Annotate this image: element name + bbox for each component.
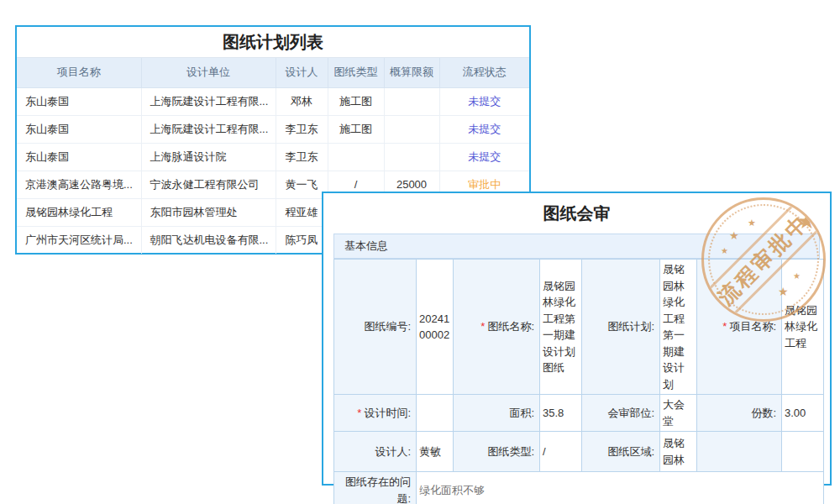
field-value-project-name: 晟铭园林绿化工程 <box>782 260 824 395</box>
field-label-copies: 份数: <box>697 395 782 432</box>
required-asterisk: * <box>722 320 727 333</box>
field-value-area: 35.8 <box>540 395 582 432</box>
plan-table-header-row: 项目名称 设计单位 设计人 图纸类型 概算限额 流程状态 <box>17 58 529 87</box>
field-label-drawing-plan: 图纸计划: <box>582 260 660 395</box>
table-row[interactable]: 东山泰国 上海阮建设计工程有限... 李卫东 施工图 未提交 <box>17 115 529 143</box>
field-value-drawing-plan: 晟铭园林绿化工程第一期建设计划 <box>660 260 697 395</box>
budget-cell <box>384 115 439 143</box>
project-link[interactable]: 东山泰国 <box>17 143 141 171</box>
design-unit-link[interactable]: 东阳市园林管理处 <box>141 198 276 226</box>
required-asterisk: * <box>357 407 361 419</box>
col-header-design-unit: 设计单位 <box>141 58 276 87</box>
field-value-drawing-problems: 绿化面积不够 <box>417 472 824 504</box>
form-row: 图纸存在的问题: 绿化面积不够 <box>334 472 824 504</box>
status-badge: 审批中 <box>468 178 501 191</box>
form-row: *设计时间: 面积: 35.8 会审部位: 大会堂 份数: 3.00 <box>334 395 824 432</box>
design-unit-link[interactable]: 上海阮建设计工程有限... <box>141 87 276 115</box>
col-header-drawing-type: 图纸类型 <box>328 58 384 87</box>
drawing-type-cell: 施工图 <box>328 115 384 143</box>
project-link[interactable]: 晟铭园林绿化工程 <box>17 198 141 226</box>
field-value-review-location: 大会堂 <box>660 395 697 432</box>
field-label-project-name: *项目名称: <box>697 260 782 395</box>
designer-cell: 邓林 <box>276 87 328 115</box>
design-unit-link[interactable]: 宁波永健工程有限公司 <box>141 171 276 198</box>
designer-cell: 李卫东 <box>276 143 328 171</box>
col-header-project: 项目名称 <box>17 58 141 87</box>
field-label-drawing-problems: 图纸存在的问题: <box>334 472 417 504</box>
field-value-design-time <box>417 395 454 432</box>
designer-cell: 程亚雄 <box>276 198 328 226</box>
project-link[interactable]: 广州市天河区统计局... <box>17 226 141 254</box>
table-row[interactable]: 东山泰国 上海脉通设计院 李卫东 未提交 <box>17 143 529 171</box>
project-link[interactable]: 东山泰国 <box>17 87 141 115</box>
required-asterisk: * <box>480 320 485 333</box>
design-unit-link[interactable]: 上海脉通设计院 <box>141 143 276 171</box>
col-header-status: 流程状态 <box>439 58 529 87</box>
field-value-drawing-name: 晟铭园林绿化工程第一期建设计划图纸 <box>540 260 582 395</box>
review-title: 图纸会审 <box>323 193 830 234</box>
field-label-empty <box>697 432 782 472</box>
drawing-review-panel: 图纸会审 基本信息 图纸编号: 2024100002 *图纸名称: 晟铭园林绿化… <box>322 192 832 486</box>
field-value-drawing-region: 晟铭园林 <box>660 432 697 472</box>
col-header-designer: 设计人 <box>276 58 328 87</box>
field-label-design-time: *设计时间: <box>334 395 417 432</box>
design-unit-link[interactable]: 朝阳飞达机电设备有限... <box>141 226 276 254</box>
project-link[interactable]: 东山泰国 <box>17 115 141 143</box>
budget-cell <box>384 143 439 171</box>
status-badge: 未提交 <box>468 95 501 108</box>
plan-list-title: 图纸计划列表 <box>17 27 529 58</box>
col-header-budget-limit: 概算限额 <box>384 58 439 87</box>
table-row[interactable]: 东山泰国 上海阮建设计工程有限... 邓林 施工图 未提交 <box>17 87 529 115</box>
designer-cell: 李卫东 <box>276 115 328 143</box>
field-label-drawing-no: 图纸编号: <box>334 260 417 395</box>
field-label-drawing-type: 图纸类型: <box>454 432 540 472</box>
project-link[interactable]: 京港澳高速公路粤境... <box>17 171 141 198</box>
design-unit-link[interactable]: 上海阮建设计工程有限... <box>141 115 276 143</box>
field-value-drawing-type: / <box>540 432 582 472</box>
field-label-review-location: 会审部位: <box>582 395 660 432</box>
designer-cell: 黄一飞 <box>276 171 328 198</box>
budget-cell <box>384 87 439 115</box>
field-label-drawing-region: 图纸区域: <box>582 432 660 472</box>
field-value-designer: 黄敏 <box>417 432 454 472</box>
drawing-type-cell <box>328 143 384 171</box>
field-value-drawing-no: 2024100002 <box>417 260 454 395</box>
form-row: 设计人: 黄敏 图纸类型: / 图纸区域: 晟铭园林 <box>334 432 824 472</box>
status-badge: 未提交 <box>468 123 501 135</box>
field-label-drawing-name: *图纸名称: <box>454 260 540 395</box>
field-label-designer: 设计人: <box>334 432 417 472</box>
review-form-table: 图纸编号: 2024100002 *图纸名称: 晟铭园林绿化工程第一期建设计划图… <box>333 259 824 504</box>
basic-info-section-header: 基本信息 <box>333 234 820 259</box>
designer-cell: 陈巧凤 <box>276 226 328 254</box>
drawing-type-cell: 施工图 <box>328 87 384 115</box>
form-row: 图纸编号: 2024100002 *图纸名称: 晟铭园林绿化工程第一期建设计划图… <box>334 260 824 395</box>
field-value-copies: 3.00 <box>782 395 824 432</box>
status-badge: 未提交 <box>468 150 501 163</box>
field-value-empty <box>782 432 824 472</box>
field-label-area: 面积: <box>454 395 540 432</box>
